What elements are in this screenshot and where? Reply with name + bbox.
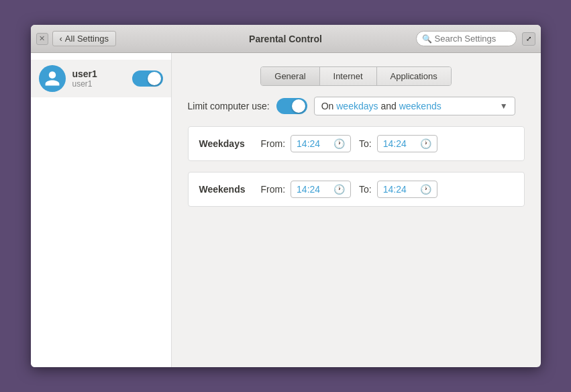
dropdown-text: On weekdays and weekends (321, 101, 442, 111)
titlebar-left: ✕ ‹ All Settings (36, 31, 116, 46)
search-icon: 🔍 (422, 34, 432, 44)
user-name: user1 (72, 68, 125, 79)
user-item[interactable]: user1 user1 (31, 60, 171, 97)
limit-row: Limit computer use: On weekdays and week… (188, 97, 525, 115)
main-window: ✕ ‹ All Settings Parental Control 🔍 ⤢ (31, 25, 541, 367)
clock-icon-4: 🕐 (420, 184, 431, 195)
all-settings-button[interactable]: ‹ All Settings (52, 31, 116, 46)
weekends-to-group: To: 14:24 🕐 (359, 181, 437, 198)
tabs: General Internet Applications (260, 66, 451, 86)
weekends-to-value: 14:24 (383, 184, 416, 195)
content-area: user1 user1 General Internet Application (31, 53, 541, 367)
schedule-dropdown[interactable]: On weekdays and weekends ▼ (314, 97, 515, 115)
weekdays-from-group: From: 14:24 🕐 (261, 135, 352, 152)
weekdays-to-label: To: (359, 138, 372, 149)
clock-icon-2: 🕐 (420, 138, 431, 149)
search-box[interactable]: 🔍 (416, 31, 517, 46)
tab-internet[interactable]: Internet (320, 67, 377, 85)
user-info: user1 user1 (72, 68, 125, 89)
sidebar: user1 user1 (31, 53, 172, 367)
tab-applications[interactable]: Applications (377, 67, 451, 85)
limit-toggle-knob (292, 99, 305, 113)
main-panel: General Internet Applications Limit comp… (172, 53, 541, 367)
limit-label: Limit computer use: (188, 101, 270, 111)
window-title: Parental Control (249, 34, 322, 44)
weekdays-from-value: 14:24 (297, 138, 329, 149)
weekdays-label: Weekdays (199, 138, 253, 149)
tab-general[interactable]: General (261, 67, 319, 85)
avatar (39, 65, 66, 92)
search-input[interactable] (435, 34, 511, 44)
weekends-to-label: To: (359, 184, 372, 195)
weekends-to-input[interactable]: 14:24 🕐 (377, 181, 437, 198)
weekends-from-group: From: 14:24 🕐 (261, 181, 352, 198)
maximize-button[interactable]: ⤢ (522, 32, 535, 46)
weekdays-to-group: To: 14:24 🕐 (359, 135, 437, 152)
weekends-from-label: From: (261, 184, 286, 195)
titlebar: ✕ ‹ All Settings Parental Control 🔍 ⤢ (31, 25, 541, 53)
clock-icon: 🕐 (333, 138, 345, 149)
limit-toggle[interactable] (276, 98, 307, 114)
titlebar-right: 🔍 ⤢ (416, 31, 535, 46)
chevron-down-icon: ▼ (500, 101, 508, 111)
weekends-from-input[interactable]: 14:24 🕐 (291, 181, 351, 198)
clock-icon-3: 🕐 (333, 184, 345, 195)
weekdays-from-label: From: (261, 138, 286, 149)
weekends-from-value: 14:24 (297, 184, 329, 195)
weekends-section: Weekends From: 14:24 🕐 To: 14:24 🕐 (188, 172, 525, 207)
user-sub: user1 (72, 79, 125, 89)
user-toggle[interactable] (132, 70, 163, 87)
toggle-knob (148, 72, 161, 85)
weekdays-from-input[interactable]: 14:24 🕐 (291, 135, 351, 152)
weekends-label: Weekends (199, 184, 253, 195)
weekdays-to-value: 14:24 (383, 138, 416, 149)
weekdays-section: Weekdays From: 14:24 🕐 To: 14:24 🕐 (188, 126, 525, 161)
back-arrow-icon: ‹ (60, 34, 62, 44)
close-button[interactable]: ✕ (36, 33, 48, 45)
weekdays-to-input[interactable]: 14:24 🕐 (377, 135, 437, 152)
